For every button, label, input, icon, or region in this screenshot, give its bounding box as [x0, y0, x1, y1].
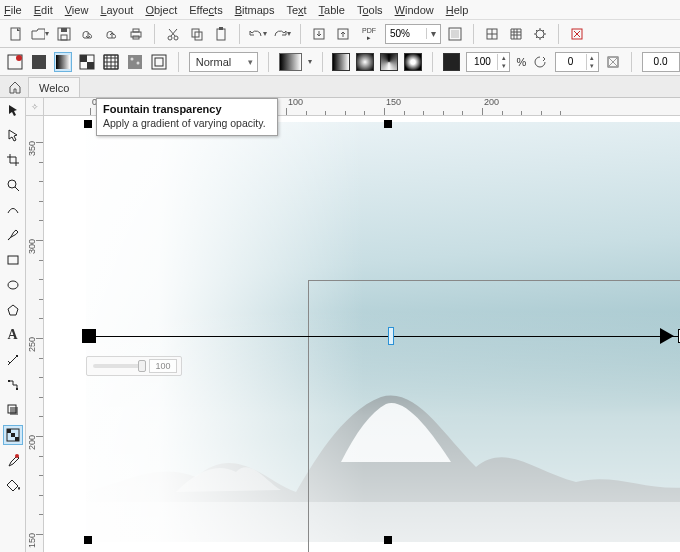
- freehand-tool-icon[interactable]: [3, 200, 23, 220]
- menu-window[interactable]: Window: [395, 4, 434, 16]
- pick-tool-icon[interactable]: [3, 100, 23, 120]
- menu-edit[interactable]: Edit: [34, 4, 53, 16]
- artistic-media-icon[interactable]: [3, 225, 23, 245]
- redo-icon[interactable]: ▾: [272, 24, 292, 44]
- menu-table[interactable]: Table: [319, 4, 345, 16]
- zoom-dropdown-icon[interactable]: ▾: [426, 28, 440, 39]
- fill-tool-icon[interactable]: [3, 475, 23, 495]
- menu-help[interactable]: Help: [446, 4, 469, 16]
- node-opacity-start-icon[interactable]: [443, 53, 461, 71]
- elliptical-fountain-icon[interactable]: [356, 53, 374, 71]
- ellipse-tool-icon[interactable]: [3, 275, 23, 295]
- svg-rect-25: [80, 55, 87, 62]
- conical-fountain-icon[interactable]: [380, 53, 398, 71]
- drawing-canvas[interactable]: 100: [44, 116, 680, 552]
- transparency-tool-icon[interactable]: [3, 425, 23, 445]
- menu-object[interactable]: Object: [145, 4, 177, 16]
- copy-icon[interactable]: [187, 24, 207, 44]
- selection-handle[interactable]: [384, 536, 392, 544]
- free-transform-icon[interactable]: [605, 52, 621, 72]
- tab-welcome[interactable]: Welco: [28, 77, 80, 97]
- grid-icon[interactable]: [506, 24, 526, 44]
- fullscreen-preview-icon[interactable]: [445, 24, 465, 44]
- angle-field[interactable]: [642, 52, 680, 72]
- cloud-down-icon[interactable]: [78, 24, 98, 44]
- rotation-input[interactable]: [556, 54, 586, 70]
- text-tool-icon[interactable]: A: [3, 325, 23, 345]
- new-icon[interactable]: [6, 24, 26, 44]
- zoom-tool-icon[interactable]: [3, 175, 23, 195]
- uniform-transparency-icon[interactable]: [30, 52, 48, 72]
- transparency-midpoint-handle[interactable]: [388, 327, 394, 345]
- selection-handle[interactable]: [84, 120, 92, 128]
- cloud-up-icon[interactable]: [102, 24, 122, 44]
- connector-tool-icon[interactable]: [3, 375, 23, 395]
- undo-icon[interactable]: ▾: [248, 24, 268, 44]
- selection-handle[interactable]: [84, 536, 92, 544]
- rectangle-tool-icon[interactable]: [3, 250, 23, 270]
- parallel-dimension-icon[interactable]: [3, 350, 23, 370]
- node-opacity-slider[interactable]: 100: [86, 356, 182, 376]
- node-opacity-field[interactable]: ▴▾: [466, 52, 510, 72]
- menu-tools[interactable]: Tools: [357, 4, 383, 16]
- menu-file[interactable]: File: [4, 4, 22, 16]
- cut-icon[interactable]: [163, 24, 183, 44]
- texture-transparency-icon[interactable]: [126, 52, 144, 72]
- launch-icon[interactable]: [567, 24, 587, 44]
- svg-rect-35: [8, 256, 18, 264]
- zoom-level-field[interactable]: ▾: [385, 24, 441, 44]
- spinner-up-icon[interactable]: ▴: [498, 54, 509, 62]
- import-icon[interactable]: [309, 24, 329, 44]
- two-color-pattern-icon[interactable]: [102, 52, 120, 72]
- open-folder-icon[interactable]: ▾: [30, 24, 50, 44]
- linear-fountain-icon[interactable]: [332, 53, 350, 71]
- shape-tool-icon[interactable]: [3, 125, 23, 145]
- merge-mode-dropdown[interactable]: Normal ▾: [189, 52, 258, 72]
- ruler-corner-icon[interactable]: ✧: [26, 98, 44, 116]
- print-icon[interactable]: [126, 24, 146, 44]
- node-opacity-input[interactable]: [467, 54, 497, 70]
- vertical-ruler[interactable]: 350300250200150: [26, 116, 44, 552]
- spinner-up-icon[interactable]: ▴: [587, 54, 598, 62]
- pattern-transparency-icon[interactable]: [78, 52, 96, 72]
- angle-input[interactable]: [643, 54, 679, 70]
- fountain-fill-picker-icon[interactable]: [279, 53, 302, 71]
- crop-tool-icon[interactable]: [3, 150, 23, 170]
- menu-layout[interactable]: Layout: [100, 4, 133, 16]
- save-icon[interactable]: [54, 24, 74, 44]
- spinner-down-icon[interactable]: ▾: [587, 62, 598, 70]
- svg-rect-23: [56, 55, 70, 69]
- rotate-icon[interactable]: [532, 52, 548, 72]
- fountain-transparency-icon[interactable]: [54, 52, 72, 72]
- rotation-field[interactable]: ▴▾: [555, 52, 599, 72]
- publish-pdf-icon[interactable]: PDF▸: [357, 24, 381, 44]
- export-icon[interactable]: [333, 24, 353, 44]
- transparency-arrow-icon[interactable]: [660, 328, 674, 344]
- transparency-start-node[interactable]: [82, 329, 96, 343]
- postscript-transparency-icon[interactable]: [150, 52, 168, 72]
- menu-view[interactable]: View: [65, 4, 89, 16]
- snap-icon[interactable]: [482, 24, 502, 44]
- drop-shadow-tool-icon[interactable]: [3, 400, 23, 420]
- svg-rect-43: [11, 433, 15, 437]
- spinner-down-icon[interactable]: ▾: [498, 62, 509, 70]
- menu-effects[interactable]: Effects: [189, 4, 222, 16]
- home-icon[interactable]: [4, 77, 26, 97]
- eyedropper-tool-icon[interactable]: [3, 450, 23, 470]
- separator: [631, 52, 632, 72]
- slider-thumb[interactable]: [138, 360, 146, 372]
- no-transparency-icon[interactable]: [6, 52, 24, 72]
- fountain-dropdown-icon[interactable]: ▾: [308, 57, 312, 66]
- rectangular-fountain-icon[interactable]: [404, 53, 422, 71]
- polygon-tool-icon[interactable]: [3, 300, 23, 320]
- svg-point-7: [168, 36, 172, 40]
- menu-text[interactable]: Text: [286, 4, 306, 16]
- transparency-vector[interactable]: [94, 336, 680, 337]
- paste-icon[interactable]: [211, 24, 231, 44]
- zoom-input[interactable]: [386, 26, 426, 42]
- tooltip: Fountain transparency Apply a gradient o…: [96, 98, 278, 136]
- selection-handle[interactable]: [384, 120, 392, 128]
- menu-bitmaps[interactable]: Bitmaps: [235, 4, 275, 16]
- separator: [558, 24, 559, 44]
- options-icon[interactable]: [530, 24, 550, 44]
